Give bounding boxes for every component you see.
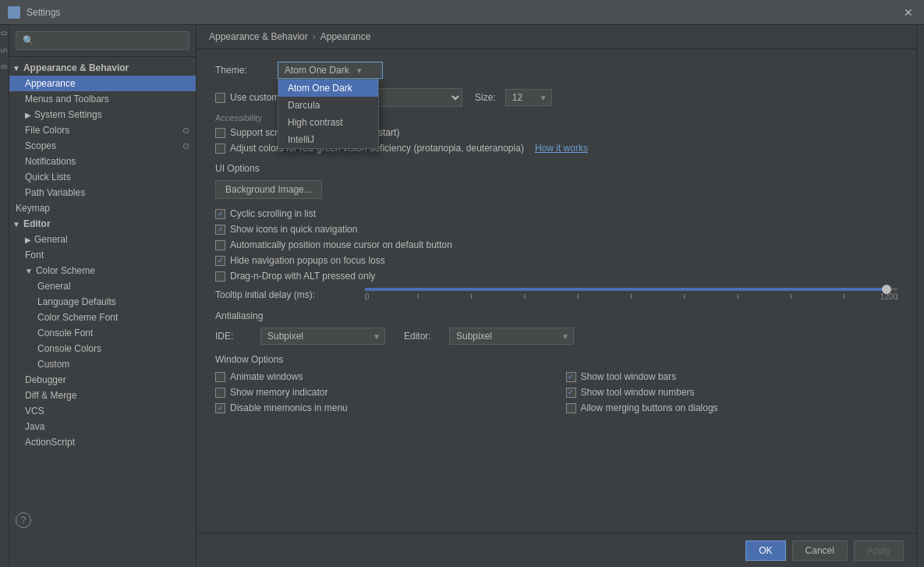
background-image-button[interactable]: Background Image... bbox=[215, 180, 322, 199]
tooltip-slider-thumb[interactable] bbox=[882, 285, 891, 294]
window-options-cols: Animate windows Show memory indicator Di… bbox=[215, 371, 897, 418]
ok-button[interactable]: OK bbox=[745, 540, 785, 561]
show-tool-numbers-row: Show tool window numbers bbox=[566, 387, 898, 398]
window-options-title: Window Options bbox=[215, 354, 897, 365]
sidebar-item-font[interactable]: Font bbox=[9, 247, 196, 263]
window: Settings ✕ 0 5 9 ▼ Appearance & Behavior… bbox=[0, 0, 924, 567]
allow-merging-checkbox[interactable] bbox=[566, 403, 576, 413]
drag-n-drop-label: Drag-n-Drop with ALT pressed only bbox=[230, 271, 375, 282]
use-custom-font-checkbox[interactable] bbox=[215, 93, 225, 103]
animate-windows-row: Animate windows bbox=[215, 371, 547, 382]
close-button[interactable]: ✕ bbox=[901, 5, 916, 20]
size-label: Size: bbox=[475, 92, 496, 103]
disable-mnemonics-row: Disable mnemonics in menu bbox=[215, 402, 547, 413]
apply-button[interactable]: Apply bbox=[854, 540, 904, 561]
sidebar-item-cs-general[interactable]: General bbox=[9, 278, 196, 294]
sidebar-item-appearance[interactable]: Appearance bbox=[9, 76, 196, 91]
scrollbar[interactable] bbox=[916, 25, 924, 567]
drag-n-drop-row: Drag-n-Drop with ALT pressed only bbox=[215, 271, 897, 282]
sidebar-item-language-defaults[interactable]: Language Defaults bbox=[9, 294, 196, 310]
search-input[interactable] bbox=[16, 31, 189, 50]
left-tab-3[interactable]: 9 bbox=[0, 58, 9, 76]
theme-select-button[interactable]: Atom One Dark ▼ bbox=[278, 62, 383, 79]
allow-merging-label: Allow merging buttons on dialogs bbox=[581, 402, 718, 413]
sidebar-item-system-settings[interactable]: ▶ System Settings bbox=[9, 107, 196, 122]
show-tool-numbers-checkbox[interactable] bbox=[566, 388, 576, 398]
tooltip-slider-fill bbox=[365, 288, 887, 291]
help-button[interactable]: ? bbox=[16, 512, 31, 528]
theme-dropdown-wrapper: Atom One Dark ▼ Atom One Dark Darcula Hi… bbox=[278, 62, 383, 79]
animate-windows-label: Animate windows bbox=[230, 371, 303, 382]
tooltip-slider-track[interactable] bbox=[365, 288, 897, 291]
editor-aa-select[interactable]: Subpixel Greyscale None bbox=[449, 328, 574, 345]
sidebar-item-java[interactable]: Java bbox=[9, 419, 196, 434]
sidebar: ▼ Appearance & Behavior Appearance Menus… bbox=[9, 25, 196, 567]
left-tab-1[interactable]: 0 bbox=[0, 25, 9, 42]
help-area: ? bbox=[9, 542, 196, 567]
breadcrumb-parent[interactable]: Appearance & Behavior bbox=[209, 31, 308, 42]
size-container: ▼ bbox=[502, 89, 552, 106]
disable-mnemonics-label: Disable mnemonics in menu bbox=[230, 402, 348, 413]
antialiasing-row: IDE: Subpixel Greyscale None ▼ Editor: S… bbox=[215, 328, 897, 345]
window-options-left: Animate windows Show memory indicator Di… bbox=[215, 371, 547, 418]
auto-position-label: Automatically position mouse cursor on d… bbox=[230, 239, 452, 250]
theme-option-high-contrast[interactable]: High contrast bbox=[278, 114, 378, 131]
ide-aa-container: Subpixel Greyscale None ▼ bbox=[260, 328, 385, 345]
sidebar-item-custom[interactable]: Custom bbox=[9, 356, 196, 372]
search-box bbox=[9, 25, 196, 57]
content-area: 0 5 9 ▼ Appearance & Behavior Appearance… bbox=[0, 25, 924, 567]
show-icons-row: Show icons in quick navigation bbox=[215, 224, 897, 235]
size-input[interactable] bbox=[505, 89, 552, 106]
svg-rect-3 bbox=[15, 13, 18, 16]
sidebar-item-keymap[interactable]: Keymap bbox=[9, 200, 196, 216]
theme-row: Theme: Atom One Dark ▼ Atom One Dark Dar… bbox=[215, 62, 897, 79]
sidebar-item-appearance-behavior[interactable]: ▼ Appearance & Behavior bbox=[9, 60, 196, 76]
antialiasing-title: Antialiasing bbox=[215, 310, 897, 321]
show-memory-checkbox[interactable] bbox=[215, 388, 225, 398]
sidebar-item-general[interactable]: ▶ General bbox=[9, 232, 196, 247]
sidebar-item-editor[interactable]: ▼ Editor bbox=[9, 216, 196, 232]
sidebar-item-diff-merge[interactable]: Diff & Merge bbox=[9, 388, 196, 403]
show-memory-row: Show memory indicator bbox=[215, 387, 547, 398]
drag-n-drop-checkbox[interactable] bbox=[215, 271, 225, 282]
cyclic-scrolling-checkbox[interactable] bbox=[215, 209, 225, 219]
sidebar-item-console-colors[interactable]: Console Colors bbox=[9, 341, 196, 356]
tooltip-delay-row: Tooltip initial delay (ms): bbox=[215, 288, 897, 301]
theme-option-intellij[interactable]: IntelliJ bbox=[278, 131, 378, 148]
show-icons-checkbox[interactable] bbox=[215, 225, 225, 235]
adjust-colors-checkbox[interactable] bbox=[215, 144, 225, 154]
svg-rect-1 bbox=[15, 9, 18, 12]
sidebar-item-notifications[interactable]: Notifications bbox=[9, 154, 196, 169]
sidebar-item-scopes[interactable]: Scopes ⊙ bbox=[9, 138, 196, 154]
sidebar-item-color-scheme[interactable]: ▼ Color Scheme bbox=[9, 263, 196, 278]
left-tab-2[interactable]: 5 bbox=[0, 42, 9, 59]
screen-readers-checkbox[interactable] bbox=[215, 128, 225, 138]
sidebar-item-vcs[interactable]: VCS bbox=[9, 403, 196, 419]
theme-option-atom[interactable]: Atom One Dark bbox=[278, 80, 378, 97]
how-it-works-link[interactable]: How it works bbox=[535, 143, 588, 154]
sidebar-item-menus-toolbars[interactable]: Menus and Toolbars bbox=[9, 91, 196, 107]
ide-aa-select[interactable]: Subpixel Greyscale None bbox=[260, 328, 385, 345]
disable-mnemonics-checkbox[interactable] bbox=[215, 403, 225, 413]
window-title: Settings bbox=[27, 7, 60, 18]
show-tool-bars-checkbox[interactable] bbox=[566, 372, 576, 382]
sidebar-item-debugger[interactable]: Debugger bbox=[9, 372, 196, 388]
sidebar-item-action-script[interactable]: ActionScript bbox=[9, 434, 196, 450]
sidebar-item-color-scheme-font[interactable]: Color Scheme Font bbox=[9, 310, 196, 325]
theme-option-darcula[interactable]: Darcula bbox=[278, 97, 378, 114]
sidebar-item-file-colors[interactable]: File Colors ⊙ bbox=[9, 122, 196, 138]
svg-rect-2 bbox=[10, 13, 13, 16]
hide-navigation-row: Hide navigation popups on focus loss bbox=[215, 255, 897, 266]
cyclic-scrolling-label: Cyclic scrolling in list bbox=[230, 208, 316, 219]
tooltip-slider-wrapper: 0 1200 bbox=[365, 288, 897, 301]
sidebar-item-path-variables[interactable]: Path Variables bbox=[9, 185, 196, 200]
animate-windows-checkbox[interactable] bbox=[215, 372, 225, 382]
sidebar-item-console-font[interactable]: Console Font bbox=[9, 325, 196, 341]
allow-merging-row: Allow merging buttons on dialogs bbox=[566, 402, 898, 413]
sidebar-item-quick-lists[interactable]: Quick Lists bbox=[9, 169, 196, 185]
auto-position-checkbox[interactable] bbox=[215, 240, 225, 250]
hide-navigation-checkbox[interactable] bbox=[215, 256, 225, 266]
cancel-button[interactable]: Cancel bbox=[792, 540, 848, 561]
collapse-icon: ▼ bbox=[12, 64, 20, 73]
ui-options-title: UI Options bbox=[215, 163, 897, 174]
